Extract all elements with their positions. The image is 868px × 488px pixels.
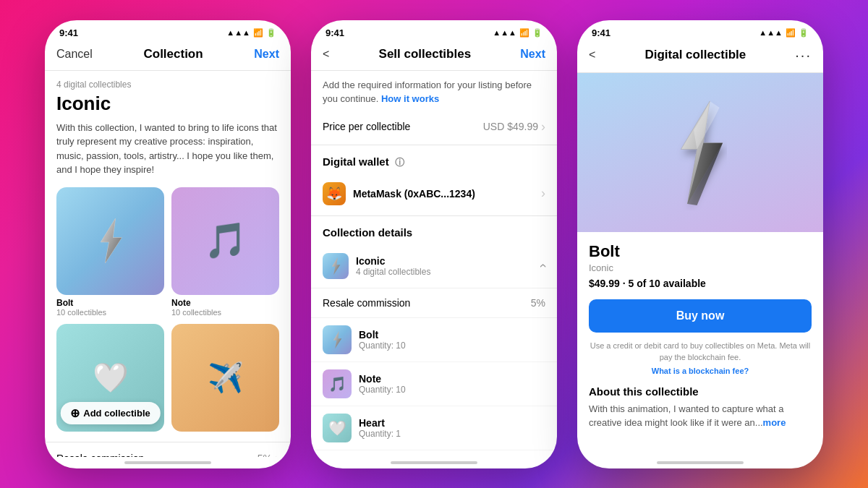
collection-count: 4 digital collectibles (356, 267, 430, 277)
note-info: Note Quantity: 10 (359, 373, 406, 395)
metamask-icon: 🦊 (323, 182, 346, 205)
signal-icon-3: ▲▲▲ (759, 28, 783, 37)
info-icon: ⓘ (395, 157, 404, 168)
thumb-note: 🎵 (171, 187, 279, 295)
chevron-up-icon (541, 258, 545, 273)
heart-info: Heart Quantity: 1 (359, 417, 401, 439)
nav-bar-3: < Digital collectible ··· (577, 41, 823, 73)
home-indicator-3 (657, 461, 744, 464)
buy-disclaimer: Use a credit or debit card to buy collec… (589, 340, 812, 364)
collectible-main-name: Bolt (589, 242, 812, 261)
arrow-emoji: ✈️ (208, 361, 244, 395)
more-options-button[interactable]: ··· (795, 47, 812, 64)
resale-value-2: 5% (531, 297, 545, 309)
thumb-heart: 🤍 ⊕ Add collectible (56, 324, 164, 432)
collection-info: Iconic 4 digital collectibles (356, 255, 430, 277)
bolt-name-2: Bolt (359, 329, 406, 341)
note-label: Note (171, 298, 279, 308)
add-collectible-label: Add collectible (83, 408, 150, 419)
note-thumb-2: 🎵 (323, 369, 352, 398)
collectible-row-arrow: ✈️ Arrow Quantity: 10 (311, 450, 557, 457)
note-qty: Quantity: 10 (359, 385, 406, 395)
phone-collection: 9:41 ▲▲▲ 📶 🔋 Cancel Collection Next 4 di… (45, 20, 291, 468)
about-title: About this collectible (589, 385, 812, 398)
bolt-sub: 10 collectibles (56, 308, 164, 317)
time-3: 9:41 (592, 27, 610, 38)
wifi-icon: 📶 (253, 28, 263, 38)
add-collectible-button[interactable]: ⊕ Add collectible (60, 402, 160, 424)
resale-pct-row: Resale commission 5% (311, 288, 557, 318)
status-icons-2: ▲▲▲ 📶 🔋 (493, 28, 542, 38)
back-button-3[interactable]: < (589, 48, 595, 61)
svg-marker-1 (101, 218, 122, 262)
note-name-2: Note (359, 373, 406, 385)
heart-thumb-2: 🤍 (323, 414, 352, 442)
collection-title: Iconic (45, 93, 291, 121)
thumb-arrow: ✈️ (171, 324, 279, 432)
buy-now-button[interactable]: Buy now (589, 299, 812, 333)
collectible-detail: Bolt Iconic $49.99 · 5 of 10 available B… (577, 232, 823, 440)
collectible-row-heart: 🤍 Heart Quantity: 1 (311, 406, 557, 450)
bolt-3d-svg (660, 95, 740, 210)
bolt-label: Bolt (56, 298, 164, 308)
phone2-content: Add the required information for your li… (311, 71, 557, 457)
note-sub: 10 collectibles (171, 308, 279, 317)
wallet-info: 🦊 MetaMask (0xABC...1234) (323, 182, 475, 205)
cancel-button[interactable]: Cancel (56, 48, 93, 61)
bolt-info: Bolt Quantity: 10 (359, 329, 406, 351)
bolt-thumb-2 (323, 325, 352, 354)
home-indicator-2 (391, 461, 477, 464)
collection-mini-thumb (323, 253, 349, 279)
heart-emoji: 🤍 (93, 361, 129, 395)
battery-icon-2: 🔋 (532, 28, 542, 38)
collectible-collection: Iconic (589, 262, 812, 273)
collectibles-grid: Bolt 10 collectibles 🎵 Note 10 collectib… (45, 187, 291, 442)
more-link[interactable]: more (763, 417, 786, 428)
blockchain-fee-link[interactable]: What is a blockchain fee? (589, 367, 812, 375)
thumb-bolt (56, 187, 164, 295)
wallet-row[interactable]: 🦊 MetaMask (0xABC...1234) (311, 175, 557, 216)
chevron-right-wallet (541, 186, 545, 201)
svg-marker-2 (332, 257, 341, 275)
phone-sell: 9:41 ▲▲▲ 📶 🔋 < Sell collectibles Next Ad… (311, 20, 557, 468)
chevron-right-price (541, 119, 545, 134)
nav-title-3: Digital collectible (644, 48, 746, 62)
grid-item-arrow: ✈️ (171, 324, 279, 432)
collection-subtitle: 4 digital collectibles (45, 71, 291, 93)
signal-icon: ▲▲▲ (226, 28, 250, 37)
home-indicator-1 (124, 461, 211, 464)
battery-icon: 🔋 (266, 28, 276, 38)
nav-title-1: Collection (143, 47, 203, 61)
status-icons-3: ▲▲▲ 📶 🔋 (759, 28, 809, 38)
collectible-row-bolt: Bolt Quantity: 10 (311, 318, 557, 362)
time-2: 9:41 (326, 27, 344, 38)
bolt-svg-2 (329, 330, 345, 350)
price-row[interactable]: Price per collectible USD $49.99 (311, 109, 557, 145)
chevron-right-icon (275, 451, 279, 457)
collection-section-header: Collection details (311, 216, 557, 244)
next-button-1[interactable]: Next (254, 48, 279, 61)
collectible-row-note: 🎵 Note Quantity: 10 (311, 362, 557, 406)
phone3-content: Bolt Iconic $49.99 · 5 of 10 available B… (577, 73, 823, 457)
next-button-2[interactable]: Next (520, 48, 545, 61)
grid-item-bolt: Bolt 10 collectibles (56, 187, 164, 317)
heart-name-2: Heart (359, 417, 401, 429)
plus-icon: ⊕ (70, 406, 80, 420)
status-icons-1: ▲▲▲ 📶 🔋 (226, 28, 276, 38)
nav-title-2: Sell collectibles (379, 47, 472, 61)
how-it-works-link[interactable]: How it works (381, 93, 439, 104)
time-1: 9:41 (59, 27, 78, 38)
bolt-svg-1 (90, 215, 130, 266)
collection-detail-row[interactable]: Iconic 4 digital collectibles (311, 244, 557, 288)
resale-value: 5% (258, 451, 279, 457)
status-bar-2: 9:41 ▲▲▲ 📶 🔋 (311, 20, 557, 41)
wallet-name: MetaMask (0xABC...1234) (353, 188, 475, 200)
resale-row[interactable]: Resale commission 5% (45, 442, 291, 457)
back-button-2[interactable]: < (323, 48, 329, 61)
grid-item-note: 🎵 Note 10 collectibles (171, 187, 279, 317)
bolt-mini-svg (328, 256, 344, 276)
svg-marker-3 (333, 330, 342, 348)
status-bar-1: 9:41 ▲▲▲ 📶 🔋 (45, 20, 291, 41)
price-value: USD $49.99 (483, 119, 545, 134)
phone1-content: 4 digital collectibles Iconic With this … (45, 71, 291, 457)
